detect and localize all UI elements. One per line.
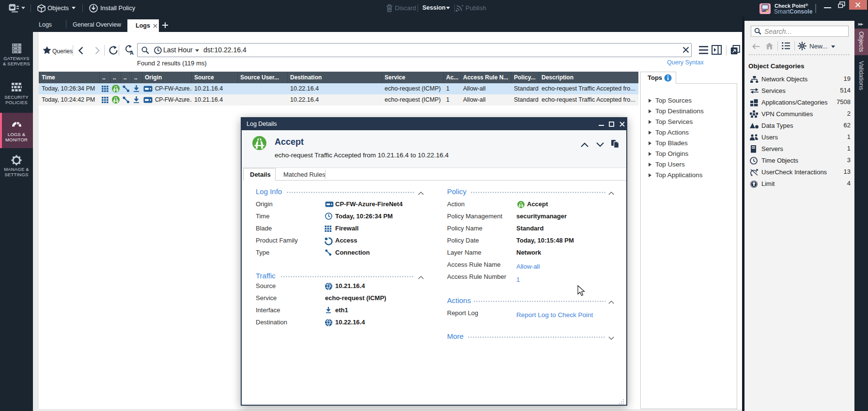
svg-text:A: A xyxy=(130,50,134,56)
